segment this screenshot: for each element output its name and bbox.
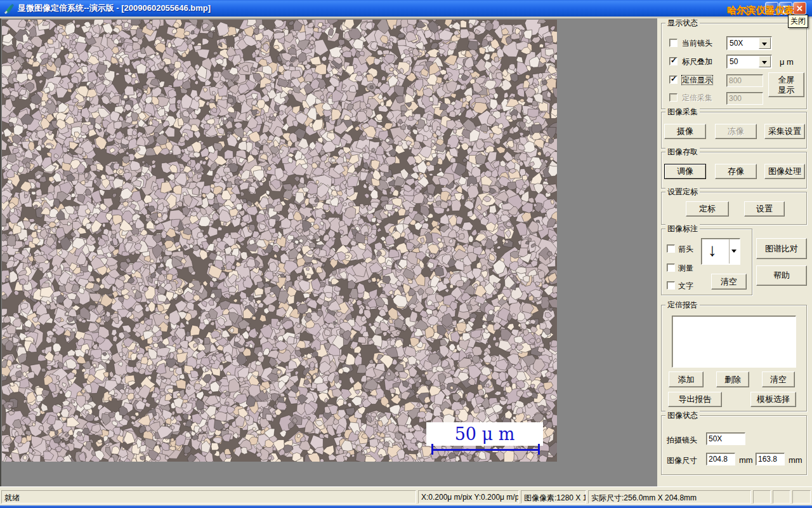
atlas-compare-button[interactable]: 图谱比对 [756, 238, 807, 259]
report-group: 定倍报告 添加 删除 清空 导出报告 模板选择 [661, 305, 807, 411]
status-pixels: 图像像素:1280 X 1024 [521, 490, 586, 504]
help-button[interactable]: 帮助 [756, 265, 807, 286]
window-bottom-edge [0, 505, 812, 508]
minimize-button[interactable] [765, 2, 778, 15]
width-unit-label: mm [739, 455, 753, 465]
image-size-label: 图像尺寸 [667, 455, 697, 466]
report-add-button[interactable]: 添加 [669, 371, 704, 387]
chevron-down-icon[interactable] [759, 37, 771, 49]
status-empty-cell [792, 490, 811, 504]
scalebar-tick-left [431, 444, 433, 455]
report-delete-button[interactable]: 删除 [716, 371, 749, 387]
image-capture-group: 图像采集 摄像 冻像 采集设置 [661, 112, 807, 149]
calibration-group: 设置定标 定标 设置 [661, 192, 807, 225]
group-title: 图像采集 [665, 107, 700, 116]
report-listbox[interactable] [672, 316, 796, 368]
status-real-size: 实际尺寸:256.0mm X 204.8mm [588, 490, 751, 504]
calibration-settings-button[interactable]: 设置 [744, 201, 785, 217]
control-panel: 显示状态 当前镜头 50X 标尺叠加 50 μ m 定倍显示 定倍采集 全屏显示 [657, 18, 812, 486]
measure-label: 测量 [678, 264, 693, 272]
current-lens-label: 当前镜头 [682, 39, 712, 48]
status-resolution: X:0.200μ m/pix Y:0.200μ m/pix [418, 490, 519, 504]
micrograph-image [2, 20, 557, 462]
current-lens-combo[interactable]: 50X [726, 36, 772, 50]
status-empty-cell [753, 490, 771, 504]
image-process-button[interactable]: 图像处理 [764, 164, 805, 179]
status-empty-cell [773, 490, 790, 504]
text-label: 文字 [678, 281, 693, 290]
fixed-capture-checkbox [669, 93, 678, 102]
restore-icon [783, 6, 790, 14]
annotation-group: 图像标注 箭头 测量 文字 ↓ 清空 [661, 229, 752, 295]
text-checkbox[interactable] [667, 281, 675, 290]
close-tooltip: 关闭 [788, 15, 808, 28]
minimize-icon [768, 10, 774, 11]
window-title: 显微图像定倍系统--演示版 - [20090602055646.bmp] [18, 0, 211, 17]
current-lens-checkbox[interactable] [669, 39, 678, 47]
display-status-group: 显示状态 当前镜头 50X 标尺叠加 50 μ m 定倍显示 定倍采集 全屏显示 [661, 23, 807, 109]
image-storage-group: 图像存取 调像 存像 图像处理 [661, 152, 807, 189]
export-report-button[interactable]: 导出报告 [668, 392, 722, 407]
group-title: 图像状态 [665, 411, 700, 420]
app-icon [3, 3, 15, 14]
shoot-lens-field[interactable] [706, 432, 745, 445]
title-bar: 显微图像定倍系统--演示版 - [20090602055646.bmp] 哈尔滨… [0, 0, 812, 17]
close-icon: ✕ [794, 3, 806, 14]
image-width-field[interactable] [706, 453, 735, 465]
close-button[interactable]: ✕ [793, 2, 806, 15]
save-image-button[interactable]: 存像 [715, 164, 757, 179]
group-title: 显示状态 [665, 18, 700, 27]
report-clear-button[interactable]: 清空 [762, 371, 795, 387]
height-unit-label: mm [789, 455, 802, 465]
chevron-down-icon[interactable] [729, 239, 739, 264]
fixed-display-label: 定倍显示 [682, 76, 712, 84]
image-status-group: 图像状态 拍摄镜头 图像尺寸 mm mm [661, 415, 807, 475]
template-select-button[interactable]: 模板选择 [750, 392, 796, 407]
measure-checkbox[interactable] [667, 264, 675, 272]
group-title: 图像存取 [665, 147, 700, 156]
capture-settings-button[interactable]: 采集设置 [764, 124, 805, 139]
fixed-capture-label: 定倍采集 [682, 93, 712, 102]
app-window: 显微图像定倍系统--演示版 - [20090602055646.bmp] 哈尔滨… [0, 0, 812, 508]
ruler-overlay-label: 标尺叠加 [682, 57, 712, 66]
load-image-button[interactable]: 调像 [664, 164, 706, 179]
chevron-down-icon[interactable] [759, 56, 771, 67]
clear-annotation-button[interactable]: 清空 [711, 274, 747, 290]
ruler-unit-label: μ m [780, 57, 794, 67]
arrow-style-combo[interactable]: ↓ [701, 238, 740, 265]
restore-button[interactable] [779, 2, 792, 15]
status-ready: 就绪 [1, 490, 416, 504]
freeze-button: 冻像 [715, 124, 757, 139]
group-title: 设置定标 [665, 187, 700, 196]
group-title: 定倍报告 [665, 300, 700, 309]
arrow-checkbox[interactable] [667, 244, 675, 253]
ruler-overlay-checkbox[interactable] [669, 57, 678, 65]
shoot-lens-label: 拍摄镜头 [667, 435, 697, 446]
ruler-value-combo[interactable]: 50 [726, 55, 772, 69]
fullscreen-button[interactable]: 全屏显示 [768, 72, 804, 97]
scalebar-line [431, 449, 540, 451]
scalebar-label: 50 μ m [426, 422, 543, 446]
calibrate-button[interactable]: 定标 [686, 201, 729, 217]
image-height-field[interactable] [756, 453, 785, 465]
group-title: 图像标注 [665, 224, 700, 233]
down-arrow-icon: ↓ [708, 240, 717, 260]
shoot-button[interactable]: 摄像 [664, 124, 706, 139]
fixed-display-checkbox[interactable] [669, 76, 678, 84]
fixed-display-field [726, 74, 763, 87]
arrow-label: 箭头 [678, 244, 693, 253]
scalebar-tick-right [538, 444, 540, 455]
status-bar: 就绪 X:0.200μ m/pix Y:0.200μ m/pix 图像像素:12… [0, 486, 812, 506]
fixed-capture-field [726, 92, 763, 105]
